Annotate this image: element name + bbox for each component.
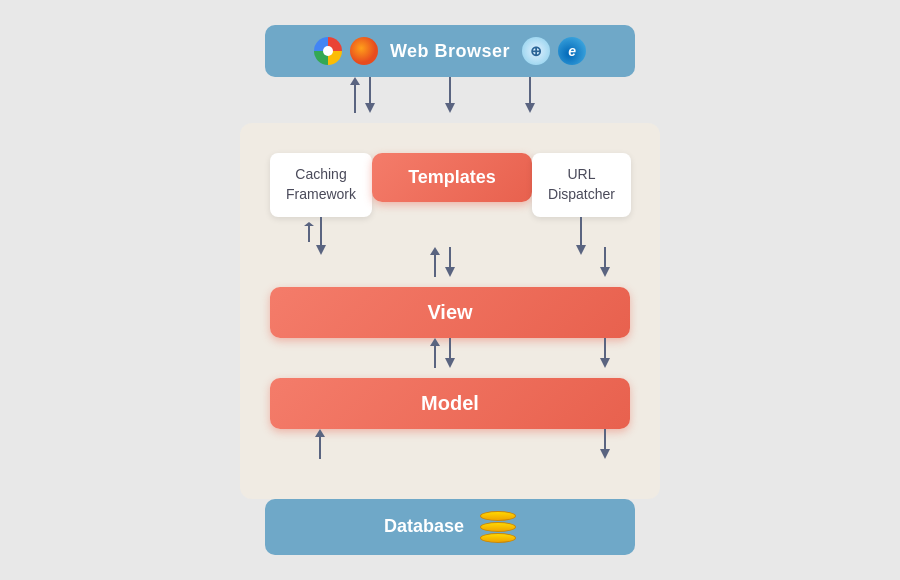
- view-box: View: [270, 287, 630, 338]
- svg-marker-25: [600, 358, 610, 368]
- edge-icon: e: [558, 37, 586, 65]
- svg-marker-17: [430, 247, 440, 255]
- chrome-icon: [314, 37, 342, 65]
- architecture-diagram: Web Browser ⊕ e Caching Framework: [240, 25, 660, 554]
- svg-marker-11: [304, 222, 314, 226]
- web-browser-label: Web Browser: [390, 41, 510, 62]
- db-coin-3: [480, 533, 516, 543]
- db-coin-1: [480, 511, 516, 521]
- database-box: Database: [265, 499, 635, 555]
- svg-marker-3: [445, 103, 455, 113]
- db-coin-2: [480, 522, 516, 532]
- caching-framework-box: Caching Framework: [270, 153, 372, 216]
- main-container: Caching Framework Templates: [240, 123, 660, 498]
- arrow-browser-to-main: [265, 77, 635, 125]
- database-icon: [480, 511, 516, 543]
- web-browser-box: Web Browser ⊕ e: [265, 25, 635, 77]
- svg-marker-27: [600, 449, 610, 459]
- svg-marker-29: [315, 429, 325, 437]
- svg-marker-5: [525, 103, 535, 113]
- templates-to-view-arrows: [270, 247, 630, 287]
- browser-icons: [314, 37, 378, 65]
- caching-up-arrow: [301, 222, 341, 242]
- view-to-model-arrows: [270, 338, 630, 378]
- templates-box: Templates: [372, 153, 532, 202]
- svg-marker-21: [445, 358, 455, 368]
- model-to-db-arrows: [270, 429, 630, 469]
- svg-marker-19: [600, 267, 610, 277]
- svg-marker-15: [445, 267, 455, 277]
- svg-marker-1: [365, 103, 375, 113]
- safari-icon: ⊕: [522, 37, 550, 65]
- svg-marker-7: [350, 77, 360, 85]
- browser-icons-right: ⊕ e: [522, 37, 586, 65]
- model-box: Model: [270, 378, 630, 429]
- firefox-icon: [350, 37, 378, 65]
- svg-marker-23: [430, 338, 440, 346]
- database-label: Database: [384, 516, 464, 537]
- url-dispatcher-box: URL Dispatcher: [532, 153, 631, 216]
